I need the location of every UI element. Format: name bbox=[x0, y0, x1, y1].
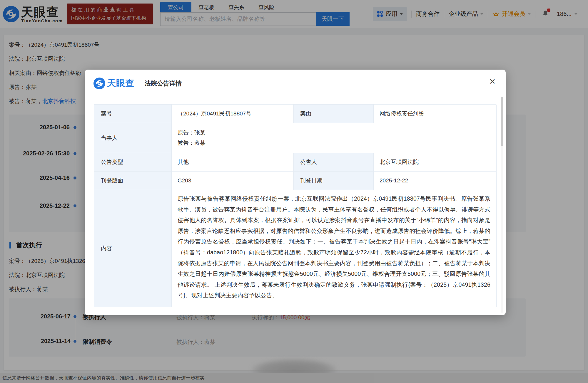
tianyancha-logo-icon bbox=[93, 78, 105, 89]
court-announcement-modal: 天眼查 法院公告详情 ✕ 案号 （2024）京0491民初18807号 案由 网… bbox=[85, 70, 506, 315]
modal-close-button[interactable]: ✕ bbox=[489, 77, 496, 86]
party-defendant: 被告：蒋某 bbox=[178, 139, 206, 147]
table-label-pub-date: 刊登日期 bbox=[294, 172, 374, 190]
modal-scrollbar-thumb[interactable] bbox=[501, 97, 503, 146]
tianyancha-app: 天眼查 TianYanCha.com 都在用的商业查询工具 国家中小企业发展子基… bbox=[0, 0, 588, 383]
table-label-cause: 案由 bbox=[294, 105, 374, 123]
table-value-content: 原告张某与被告蒋某网络侵权责任纠纷一案，北京互联网法院作出（2024）京0491… bbox=[172, 190, 497, 307]
table-label-party: 当事人 bbox=[94, 123, 172, 153]
table-value-cause: 网络侵权责任纠纷 bbox=[374, 105, 497, 123]
announcement-content-text: 原告张某与被告蒋某网络侵权责任纠纷一案，北京互联网法院作出（2024）京0491… bbox=[178, 193, 490, 301]
modal-header-divider bbox=[140, 80, 140, 87]
table-label-type: 公告类型 bbox=[94, 153, 172, 172]
table-value-page: G203 bbox=[172, 172, 294, 190]
modal-header: 天眼查 法院公告详情 bbox=[93, 77, 182, 89]
modal-title: 法院公告详情 bbox=[145, 79, 182, 88]
table-value-pub-date: 2025-12-22 bbox=[374, 172, 497, 190]
modal-brand: 天眼查 bbox=[107, 77, 134, 89]
table-label-page: 刊登版面 bbox=[94, 172, 172, 190]
table-value-type: 其他 bbox=[172, 153, 294, 172]
table-label-content: 内容 bbox=[94, 190, 172, 307]
party-plaintiff: 原告：张某 bbox=[178, 129, 206, 137]
announcement-table: 案号 （2024）京0491民初18807号 案由 网络侵权责任纠纷 当事人 原… bbox=[94, 104, 496, 307]
table-label-announcer: 公告人 bbox=[294, 153, 374, 172]
table-value-case-no: （2024）京0491民初18807号 bbox=[172, 105, 294, 123]
table-value-party: 原告：张某 被告：蒋某 bbox=[172, 123, 497, 153]
table-label-case-no: 案号 bbox=[94, 105, 172, 123]
table-value-announcer: 北京互联网法院 bbox=[374, 153, 497, 172]
